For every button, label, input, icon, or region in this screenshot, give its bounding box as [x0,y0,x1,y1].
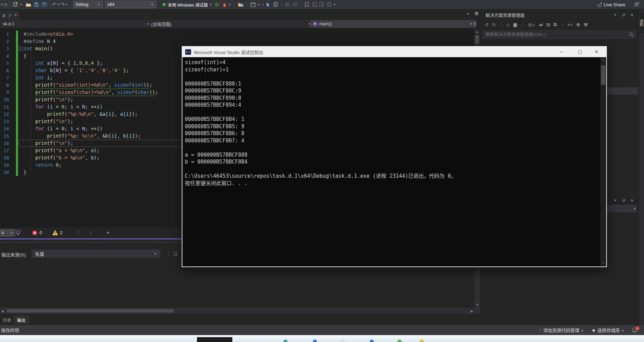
next-bookmark-button[interactable] [318,0,326,9]
collapse-all-icon[interactable]: ⊟ [546,22,550,27]
save-button[interactable] [33,0,40,9]
console-title-bar[interactable]: C:\ Microsoft Visual Studio 调试控制台 [182,47,606,57]
previous-issue-icon[interactable]: ↑ [77,229,79,235]
scope-dropdown[interactable]: (全局范围) ▾ [148,20,315,28]
start-debugging-button[interactable]: 本地 Windows 调试器 ▾ [161,0,214,9]
output-horizontal-scrollbar[interactable]: ◀ ▶ [0,308,474,314]
editor-scrollbar[interactable]: ▲ [474,29,480,46]
next-issue-icon[interactable]: ↓ [89,229,92,235]
undo-dropdown-icon[interactable]: ▾ [57,3,60,6]
editor-scrollbar-thumb[interactable] [475,35,479,44]
scroll-down-icon[interactable]: ▼ [600,261,606,266]
windows-taskbar[interactable] [0,335,644,342]
home-icon[interactable]: ⌂ [507,22,509,27]
scroll-up-icon[interactable]: ▲ [600,57,606,63]
properties-wrench-icon[interactable]: ⚙ [576,22,580,27]
pin-icon[interactable] [8,14,12,17]
copy-lines-button[interactable] [272,0,280,9]
search-icon[interactable] [629,32,634,37]
solution-search-box[interactable] [483,30,636,39]
add-to-source-control-button[interactable]: ↑ 添加到源代码管理 ▴ [539,327,583,333]
close-icon[interactable]: × [630,12,633,18]
solution-search-input[interactable] [483,32,629,37]
new-project-button[interactable]: ▾ [11,0,24,9]
file-dropdown[interactable]: sk.d.1 ▾ [0,20,153,28]
h-scrollbar-thumb[interactable] [7,309,173,313]
code-line[interactable]: 1#include<stdio.h> [0,30,480,38]
scroll-down-icon[interactable]: ▼ [476,303,479,306]
console-close-button[interactable]: ✕ [590,47,603,57]
view-code-icon[interactable]: <> [568,23,573,27]
toggle-bookmark-button[interactable] [303,0,310,9]
select-repository-button[interactable]: ◆ 选择存储库 ▴ [592,327,624,333]
window-position-dropdown-icon[interactable]: ▾ [613,199,617,202]
close-icon[interactable]: × [15,13,17,18]
undo-icon[interactable]: ↶ [52,1,57,8]
switch-views-icon[interactable]: ▦ [513,22,517,27]
pending-changes-filter-icon[interactable]: ◷▾ [528,22,536,27]
navbar-split-icon[interactable] [473,22,477,26]
minimize-button[interactable]: ─ [554,47,568,57]
clear-bookmarks-button[interactable] [326,0,333,9]
save-all-button[interactable] [40,0,49,9]
editor-options-dropdown-icon[interactable]: ▾ [466,12,470,16]
output-content[interactable]: ◀ ▶ ▼ [0,260,480,315]
solution-configuration-dropdown[interactable]: Debug ▾ [73,1,103,8]
notifications-button[interactable]: 1 [632,327,637,333]
find-in-files-button[interactable] [237,0,245,9]
live-share-button[interactable]: Live Share [596,0,627,9]
warning-count[interactable]: 2 [60,230,62,235]
fold-collapse-icon[interactable]: - [19,47,23,51]
sync-with-active-document-icon[interactable]: ⇄ [539,22,543,27]
open-folder-button[interactable] [24,0,33,9]
taskbar-window-preview[interactable] [197,337,232,342]
window-position-dropdown-icon[interactable]: ▾ [613,13,617,17]
nav-back-icon[interactable]: ↺ [485,22,489,27]
output-vertical-scrollbar[interactable]: ▼ [474,260,480,314]
window-layout-button[interactable]: ▾ [249,0,262,9]
taskbar-app-icon[interactable] [370,340,374,342]
tools-hammer-icon[interactable]: ⚒ [584,22,588,27]
intellisense-lightbulb-icon[interactable] [15,230,21,236]
taskbar-app-icon[interactable] [397,340,402,342]
output-source-dropdown[interactable]: 生成 ▾ [32,250,160,257]
scroll-up-icon[interactable]: ▲ [474,29,480,35]
error-filter-dropdown[interactable]: 6 ▾ [0,229,15,237]
error-count-icon[interactable] [32,230,37,236]
start-without-debugging-button[interactable] [214,0,221,9]
selection-mode-button[interactable] [264,0,272,9]
toolbar-overflow-icon[interactable]: ▾ [0,3,4,6]
navigate-backward-icon[interactable]: ⊙ [4,2,8,7]
error-count[interactable]: 0 [40,230,42,235]
hot-reload-button[interactable]: ▾ [221,0,233,9]
warning-count-icon[interactable] [52,230,58,236]
solution-platform-dropdown[interactable]: x64 ▾ [105,1,156,8]
code-line[interactable]: 2#define N 4 [0,38,480,45]
redo-icon[interactable]: ↷ [60,1,65,8]
bookmark-dropdown-icon[interactable]: ▾ [333,3,337,6]
document-tab[interactable]: p × [0,11,20,20]
increase-indent-button[interactable] [291,0,299,9]
show-all-files-icon[interactable]: ⧉ [553,22,557,27]
notifications-vertical-tab[interactable]: 通知 [639,12,644,33]
collapse-panel-icon[interactable]: ◀ [106,230,109,234]
taskbar-app-icon[interactable] [341,340,345,342]
maximize-button[interactable]: ▢ [573,47,587,57]
previous-bookmark-button[interactable] [310,0,318,9]
redo-dropdown-icon[interactable]: ▾ [65,3,68,6]
scroll-right-icon[interactable]: ▶ [471,309,473,313]
pin-icon[interactable] [622,13,626,17]
taskbar-app-icon[interactable] [283,340,287,342]
tab-output[interactable]: 输出 [14,316,29,324]
close-icon[interactable]: × [630,198,633,203]
scroll-left-icon[interactable]: ◀ [1,309,4,313]
pin-icon[interactable] [622,199,626,202]
nav-forward-icon[interactable]: ↻ [492,22,496,27]
gear-icon[interactable]: ⚙ [474,11,479,16]
console-scrollbar[interactable]: ▲ ▼ [600,57,606,266]
taskbar-app-icon[interactable] [420,340,424,342]
tab-error-list[interactable]: 列表 [0,316,14,324]
symbol-dropdown[interactable]: main() ▾ [310,20,476,28]
solution-explorer-header[interactable]: 解决方案资源管理器 ▾ × [483,10,638,19]
console-scrollbar-thumb[interactable] [601,65,606,85]
